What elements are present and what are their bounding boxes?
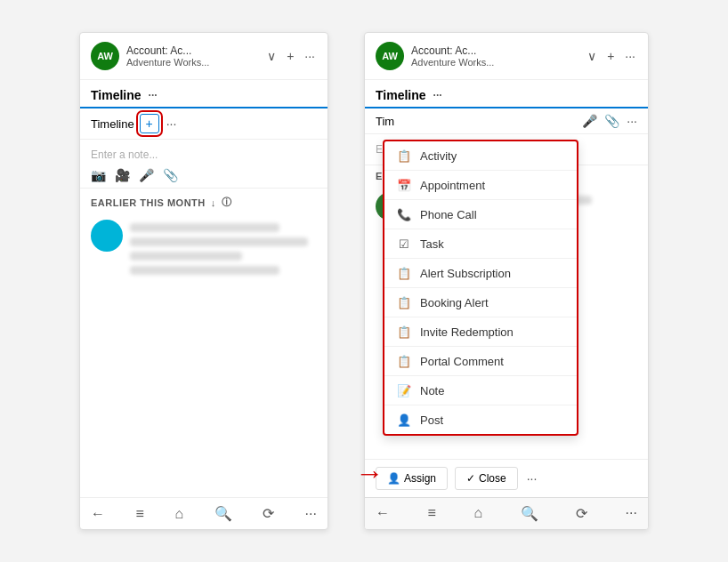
- right-timeline-toolbar: Tim 🎤 📎 ···: [365, 108, 648, 134]
- note-icon: 📝: [397, 383, 411, 397]
- timeline-toolbar-label: Timeline: [91, 117, 134, 131]
- blurred-line-1: [130, 223, 279, 232]
- blurred-line-2: [130, 237, 308, 246]
- right-toolbar-icon2[interactable]: 📎: [604, 114, 619, 128]
- info-icon[interactable]: ⓘ: [222, 196, 232, 209]
- nav-home-icon[interactable]: ⌂: [174, 506, 183, 522]
- assign-button[interactable]: 👤 Assign: [376, 467, 448, 490]
- invite-redemption-icon: 📋: [397, 325, 411, 339]
- right-panel-header: AW Account: Ac... Adventure Works... ∨ +…: [365, 33, 648, 80]
- right-nav-refresh-icon[interactable]: ⟳: [576, 505, 587, 522]
- dropdown-item-portal-comment[interactable]: 📋 Portal Comment: [384, 347, 577, 376]
- timeline-more-icon[interactable]: ···: [147, 87, 159, 103]
- left-panel: AW Account: Ac... Adventure Works... ∨ +…: [79, 32, 328, 530]
- entry-avatar: [91, 220, 123, 252]
- booking-alert-label: Booking Alert: [420, 296, 489, 309]
- ellipsis-icon[interactable]: ···: [303, 47, 317, 65]
- right-add-icon[interactable]: +: [605, 47, 616, 65]
- right-timeline-tab[interactable]: Timeline ···: [365, 80, 648, 108]
- toolbar-ellipsis-icon[interactable]: ···: [165, 115, 179, 132]
- left-nav-bar: ← ≡ ⌂ 🔍 ⟳ ···: [80, 497, 328, 529]
- right-header-actions: ∨ + ···: [586, 47, 637, 65]
- booking-alert-icon: 📋: [397, 295, 411, 309]
- post-icon: 👤: [397, 413, 411, 427]
- right-footer-actions: 👤 Assign ✓ Close ···: [365, 459, 648, 497]
- right-section-label: Tim: [376, 115, 394, 128]
- right-account-subtitle: Adventure Works...: [411, 57, 578, 68]
- sort-icon[interactable]: ↓: [211, 197, 216, 208]
- add-icon[interactable]: +: [285, 47, 295, 65]
- arrow-indicator: →: [355, 457, 384, 490]
- activity-icon: 📋: [397, 149, 411, 163]
- note-placeholder-text: Enter a note...: [91, 145, 317, 165]
- right-nav-menu-icon[interactable]: ≡: [428, 505, 436, 522]
- nav-more-icon[interactable]: ···: [305, 506, 317, 522]
- right-toolbar-left: Tim: [376, 115, 394, 128]
- avatar: AW: [91, 42, 119, 70]
- task-label: Task: [420, 237, 444, 251]
- right-nav-search-icon[interactable]: 🔍: [521, 505, 538, 522]
- video-icon[interactable]: 🎥: [115, 168, 130, 182]
- timeline-tab[interactable]: Timeline ···: [80, 80, 328, 108]
- camera-icon[interactable]: 📷: [91, 168, 106, 182]
- blurred-line-4: [130, 266, 279, 275]
- portal-comment-icon: 📋: [397, 354, 411, 368]
- task-icon: ☑: [397, 237, 411, 251]
- dropdown-item-invite-redemption[interactable]: 📋 Invite Redemption: [384, 317, 577, 347]
- dropdown-item-alert-subscription[interactable]: 📋 Alert Subscription: [384, 259, 577, 288]
- dropdown-item-phone-call[interactable]: 📞 Phone Call: [384, 200, 577, 229]
- note-input-area: Enter a note... 📷 🎥 🎤 📎: [80, 140, 328, 189]
- attachment-icon[interactable]: 📎: [163, 168, 178, 182]
- dropdown-item-task[interactable]: ☑ Task: [384, 229, 577, 259]
- right-avatar: AW: [376, 42, 404, 70]
- right-toolbar-dots[interactable]: ···: [627, 114, 637, 128]
- alert-subscription-icon: 📋: [397, 266, 411, 280]
- right-nav-home-icon[interactable]: ⌂: [473, 505, 482, 522]
- dropdown-item-note[interactable]: 📝 Note: [384, 376, 577, 405]
- nav-back-icon[interactable]: ←: [91, 506, 105, 522]
- timeline-toolbar: Timeline + ···: [80, 108, 328, 140]
- section-header: EARLIER THIS MONTH ↓ ⓘ: [80, 189, 328, 213]
- post-label: Post: [420, 413, 443, 427]
- assign-icon: 👤: [387, 472, 400, 485]
- right-chevron-icon[interactable]: ∨: [586, 47, 598, 65]
- alert-subscription-label: Alert Subscription: [420, 267, 511, 280]
- footer-ellipsis-icon[interactable]: ···: [525, 470, 539, 487]
- left-panel-header: AW Account: Ac... Adventure Works... ∨ +…: [80, 33, 328, 80]
- nav-search-icon[interactable]: 🔍: [214, 505, 232, 522]
- nav-refresh-icon[interactable]: ⟳: [263, 505, 274, 522]
- dropdown-item-post[interactable]: 👤 Post: [384, 405, 577, 434]
- header-actions: ∨ + ···: [265, 47, 317, 65]
- close-button[interactable]: ✓ Close: [455, 467, 518, 490]
- right-timeline-label: Timeline: [376, 88, 426, 102]
- right-nav-bar: ← ≡ ⌂ 🔍 ⟳ ···: [365, 497, 648, 529]
- close-label: Close: [479, 472, 506, 485]
- right-account-title: Account: Ac...: [411, 44, 578, 57]
- add-activity-button[interactable]: +: [140, 114, 159, 133]
- section-header-label: EARLIER THIS MONTH: [91, 197, 206, 208]
- invite-redemption-label: Invite Redemption: [420, 325, 514, 339]
- right-toolbar-icon1[interactable]: 🎤: [582, 114, 597, 128]
- toolbar-left: Timeline + ···: [91, 114, 178, 133]
- phone-call-icon: 📞: [397, 207, 411, 221]
- dropdown-item-activity[interactable]: 📋 Activity: [384, 141, 577, 171]
- account-title: Account: Ac...: [126, 44, 258, 57]
- portal-comment-label: Portal Comment: [420, 355, 504, 368]
- right-timeline-more-icon[interactable]: ···: [432, 87, 444, 103]
- dropdown-menu: 📋 Activity 📅 Appointment 📞 Phone Call ☑ …: [383, 140, 578, 436]
- dropdown-item-booking-alert[interactable]: 📋 Booking Alert: [384, 288, 577, 317]
- entry-text: [130, 223, 317, 275]
- blurred-line-3: [130, 252, 242, 261]
- timeline-entry: [80, 213, 328, 282]
- timeline-tab-label: Timeline: [91, 88, 142, 102]
- appointment-label: Appointment: [420, 179, 485, 192]
- right-nav-more-icon[interactable]: ···: [626, 505, 637, 522]
- phone-call-label: Phone Call: [420, 208, 477, 221]
- note-label: Note: [420, 384, 444, 397]
- microphone-icon[interactable]: 🎤: [139, 168, 154, 182]
- right-nav-back-icon[interactable]: ←: [376, 505, 390, 522]
- nav-menu-icon[interactable]: ≡: [136, 506, 144, 522]
- dropdown-item-appointment[interactable]: 📅 Appointment: [384, 171, 577, 200]
- right-ellipsis-icon[interactable]: ···: [623, 47, 637, 65]
- chevron-down-icon[interactable]: ∨: [265, 47, 278, 65]
